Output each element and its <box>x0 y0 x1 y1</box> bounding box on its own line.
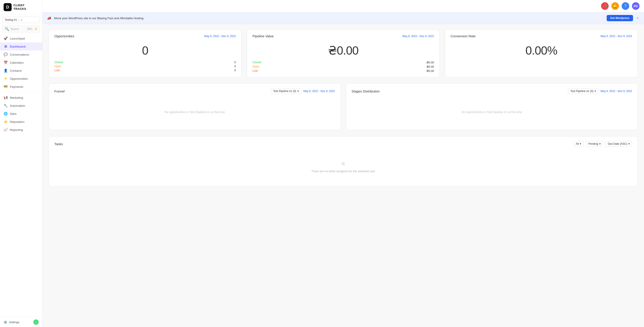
opportunities-date-range[interactable]: May 8, 2022 - Nov 9, 2022 <box>204 35 236 38</box>
chevron-down-icon: ▾ <box>594 90 596 93</box>
bell-button[interactable]: 🔔 <box>611 2 619 10</box>
bell-icon: 🔔 <box>613 4 618 8</box>
marketing-icon: 📢 <box>4 96 8 100</box>
chevron-down-icon: ▾ <box>628 142 630 145</box>
opportunities-card: Opportunities May 8, 2022 - Nov 9, 2022 … <box>49 29 242 77</box>
dashboard-content: Opportunities May 8, 2022 - Nov 9, 2022 … <box>42 24 644 192</box>
chevron-down-icon: ▾ <box>580 142 581 145</box>
stages-date-range[interactable]: May 8, 2022 - Nov 9, 2022 <box>600 90 632 93</box>
stages-header: Stages Distribution Test Pipeline #1 (0)… <box>352 88 632 94</box>
sidebar-item-dashboard[interactable]: ⊞ Dashboard <box>0 42 42 50</box>
launchpad-icon: 🚀 <box>4 36 8 40</box>
search-icon: 🔍 <box>5 27 9 31</box>
promo-banner: 📣 Move your WordPress site to our Blazin… <box>42 12 644 24</box>
pipeline-lost-value: ₴0.00 <box>426 69 434 73</box>
conversion-rate-title: Conversion Rate <box>450 34 476 38</box>
pipeline-value-title: Pipeline Value <box>252 34 274 38</box>
stats-row: Opportunities May 8, 2022 - Nov 9, 2022 … <box>49 29 638 77</box>
dashboard-icon: ⊞ <box>4 44 8 48</box>
banner-icon: 📣 <box>47 16 52 20</box>
flash-icon: ⚡ <box>34 27 38 30</box>
pipeline-lost-label: Lost <box>252 69 258 73</box>
lost-value: 0 <box>234 69 236 72</box>
funnel-empty-state: No opportunities in Test Pipeline #1 at … <box>54 98 335 125</box>
help-button[interactable]: ? <box>622 2 629 10</box>
charts-row: Funnel Test Pipeline #1 (0) ▾ May 8, 202… <box>49 83 638 130</box>
sidebar-item-reporting[interactable]: 📈 Reporting <box>0 126 42 134</box>
sidebar-item-settings[interactable]: ⚙️ Settings <box>4 321 20 324</box>
avatar-initials: PD <box>634 4 638 8</box>
tasks-empty-text: There are no tasks assigned for the sele… <box>311 170 375 173</box>
sidebar: D CLIENT TRACKS Testing #1 Account -- ..… <box>0 0 42 327</box>
stages-controls: Test Pipeline #1 (0) ▾ May 8, 2022 - Nov… <box>568 88 632 94</box>
sidebar-bottom: ⚙️ Settings ‹ <box>0 317 42 327</box>
closed-value: 0 <box>234 61 236 64</box>
get-wordpress-button[interactable]: Get Wordpress <box>607 15 633 21</box>
sidebar-item-marketing[interactable]: 📢 Marketing <box>0 94 42 102</box>
pipeline-value-date-range[interactable]: May 8, 2022 - Nov 9, 2022 <box>402 35 434 38</box>
pipeline-closed-row: Closed ₴0.00 <box>252 61 434 64</box>
payments-icon: 💳 <box>4 85 8 89</box>
tasks-filters: All ▾ Pending ▾ Due Date (ASC) ▾ <box>573 141 632 147</box>
chevron-down-icon: ▾ <box>21 19 38 21</box>
tasks-card: Tasks All ▾ Pending ▾ Due Date (ASC) ▾ <box>49 136 638 187</box>
opportunities-icon: ⚡ <box>4 77 8 81</box>
opportunities-title: Opportunities <box>54 34 74 38</box>
stages-card: Stages Distribution Test Pipeline #1 (0)… <box>346 83 638 130</box>
tasks-empty-state: ≡ There are no tasks assigned for the se… <box>54 151 632 182</box>
sidebar-item-sites[interactable]: 🌐 Sites <box>0 110 42 118</box>
tasks-title: Tasks <box>54 142 63 146</box>
sidebar-item-contacts[interactable]: 👤 Contacts <box>0 66 42 75</box>
sites-icon: 🌐 <box>4 112 8 116</box>
pipeline-open-label: Open <box>252 65 260 68</box>
main-content: 📣 🔔 ? PD 📣 Move your WordPress site to o… <box>42 0 644 327</box>
sidebar-item-automation[interactable]: 🔧 Automation <box>0 102 42 110</box>
chevron-down-icon: ▾ <box>298 90 299 93</box>
sidebar-item-conversations[interactable]: 💬 Conversations <box>0 50 42 58</box>
stages-empty-state: No opportunities in Test Pipeline #1 at … <box>352 98 632 125</box>
pipeline-open-row: Open ₴0.00 <box>252 65 434 68</box>
logo-text: CLIENT TRACKS <box>14 3 26 10</box>
reputation-icon: ⭐ <box>4 120 8 124</box>
tasks-filter-all[interactable]: All ▾ <box>573 141 584 147</box>
logo-icon: D <box>4 3 12 11</box>
funnel-date-range[interactable]: May 8, 2022 - Nov 9, 2022 <box>304 90 335 93</box>
sidebar-item-opportunities[interactable]: ⚡ Opportunities <box>0 75 42 83</box>
notifications-button[interactable]: 📣 <box>601 2 609 10</box>
pipeline-closed-value: ₴0.00 <box>426 61 434 64</box>
sidebar-logo: D CLIENT TRACKS <box>0 0 42 14</box>
funnel-title: Funnel <box>54 89 64 93</box>
contacts-icon: 👤 <box>4 68 8 73</box>
page-body: 📣 Move your WordPress site to our Blazin… <box>42 12 644 327</box>
search-shortcut: ⌘ K <box>26 27 33 30</box>
settings-icon: ⚙️ <box>4 321 7 324</box>
avatar-button[interactable]: PD <box>632 2 640 10</box>
reporting-icon: 📈 <box>4 128 8 132</box>
top-header: 📣 🔔 ? PD <box>42 0 644 12</box>
sidebar-item-reputation[interactable]: ⭐ Reputation <box>0 118 42 126</box>
nav-divider <box>0 92 42 92</box>
pipeline-value-value: ₴0.00 <box>252 41 434 61</box>
sidebar-item-launchpad[interactable]: 🚀 Launchpad <box>0 34 42 42</box>
account-selector[interactable]: Testing #1 Account -- ... ▾ <box>2 17 40 23</box>
funnel-pipeline-select[interactable]: Test Pipeline #1 (0) ▾ <box>271 88 301 94</box>
sidebar-item-payments[interactable]: 💳 Payments <box>0 83 42 91</box>
calendars-icon: 📅 <box>4 60 8 64</box>
tasks-filter-pending[interactable]: Pending ▾ <box>586 141 603 147</box>
megaphone-icon: 📣 <box>603 4 607 8</box>
open-label: Open <box>54 65 61 68</box>
opportunities-closed-row: Closed 0 <box>54 61 236 64</box>
chevron-down-icon: ▾ <box>599 142 600 145</box>
funnel-card: Funnel Test Pipeline #1 (0) ▾ May 8, 202… <box>49 83 340 130</box>
account-name: Testing #1 Account -- ... <box>5 18 21 21</box>
banner-close-button[interactable]: × <box>636 16 640 20</box>
sidebar-collapse-button[interactable]: ‹ <box>33 320 39 325</box>
conversion-rate-card: Conversion Rate May 8, 2022 - Nov 9, 202… <box>445 29 638 77</box>
pipeline-lost-row: Lost ₴0.00 <box>252 69 434 73</box>
search-bar[interactable]: 🔍 Search ⌘ K ⚡ <box>2 25 40 33</box>
tasks-filter-due-date[interactable]: Due Date (ASC) ▾ <box>605 141 632 147</box>
conversion-rate-date-range[interactable]: May 8, 2022 - Nov 9, 2022 <box>600 35 632 38</box>
sidebar-item-calendars[interactable]: 📅 Calendars <box>0 58 42 66</box>
stages-pipeline-select[interactable]: Test Pipeline #1 (0) ▾ <box>568 88 598 94</box>
pipeline-value-header: Pipeline Value May 8, 2022 - Nov 9, 2022 <box>252 34 434 38</box>
